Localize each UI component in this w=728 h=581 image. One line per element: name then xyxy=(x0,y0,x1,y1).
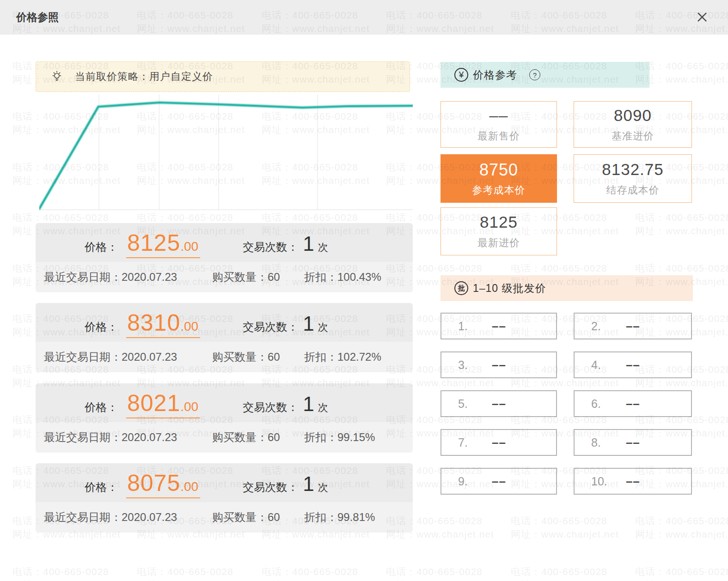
reference-price-box[interactable]: 8090基准进价 xyxy=(574,101,692,148)
purchase-quantity: 购买数量：60 xyxy=(212,270,280,284)
reference-price-label: 结存成本价 xyxy=(606,183,660,197)
wholesale-price-box[interactable]: 8.–– xyxy=(574,429,692,456)
watermark-text: 电话：400-665-0028网址：www.chanjet.net xyxy=(386,565,494,581)
trade-count-unit: 次 xyxy=(318,401,328,415)
reference-price-value: 8090 xyxy=(614,106,652,125)
price-integer: 8310 xyxy=(127,310,180,336)
trade-card-price-row: 价格： 8310.00 交易次数： 1 次 xyxy=(36,303,413,342)
dialog-title: 价格参照 xyxy=(16,0,59,35)
trade-card-meta-row: 最近交易日期：2020.07.23 购买数量：60 折扣：99.81% xyxy=(36,502,413,533)
discount: 折扣：100.43% xyxy=(304,270,381,284)
close-button[interactable] xyxy=(695,10,710,25)
price-reference-title: 价格参考 xyxy=(473,68,517,82)
last-trade-date: 最近交易日期：2020.07.23 xyxy=(44,430,177,445)
discount: 折扣：102.72% xyxy=(304,350,381,364)
price-decimals: .00 xyxy=(180,319,198,333)
reference-price-box[interactable]: 8750参考成本价 xyxy=(440,154,557,203)
purchase-quantity: 购买数量：60 xyxy=(212,350,280,364)
wholesale-price-value: –– xyxy=(626,319,640,333)
wholesale-price-box[interactable]: 5.–– xyxy=(440,390,557,417)
wholesale-price-box[interactable]: 6.–– xyxy=(574,390,692,417)
price-link[interactable]: 8310.00 xyxy=(126,313,200,338)
wholesale-level-number: 1. xyxy=(458,320,468,333)
wholesale-price-box[interactable]: 10.–– xyxy=(574,468,692,495)
purchase-quantity: 购买数量：60 xyxy=(212,430,280,445)
price-link[interactable]: 8125.00 xyxy=(126,233,200,258)
reference-price-label: 参考成本价 xyxy=(472,183,526,197)
batch-icon: 批 xyxy=(454,281,468,295)
wholesale-level-number: 4. xyxy=(591,358,601,372)
help-icon[interactable]: ? xyxy=(529,69,540,80)
price-decimals: .00 xyxy=(180,239,198,254)
price-reference-section-header: ¥ 价格参考 ? xyxy=(440,62,649,88)
price-link[interactable]: 8021.00 xyxy=(126,393,200,418)
reference-price-value: 8750 xyxy=(479,160,518,180)
wholesale-price-value: –– xyxy=(492,474,506,489)
wholesale-price-value: –– xyxy=(492,319,506,333)
wholesale-level-number: 8. xyxy=(591,436,601,449)
watermark-text: 电话：400-665-0028网址：www.chanjet.net xyxy=(137,565,245,581)
pricing-strategy-notice: 当前取价策略：用户自定义价 xyxy=(36,61,410,92)
watermark-text: 电话：400-665-0028网址：www.chanjet.net xyxy=(511,565,619,581)
wholesale-price-value: –– xyxy=(626,474,640,489)
wholesale-price-value: –– xyxy=(626,358,640,372)
price-trend-chart xyxy=(39,95,413,210)
reference-price-box[interactable]: ––最新售价 xyxy=(440,101,557,148)
discount: 折扣：99.15% xyxy=(304,430,375,445)
wholesale-price-box[interactable]: 2.–– xyxy=(574,313,692,339)
trade-count-unit: 次 xyxy=(318,321,328,334)
trade-card: 价格： 8075.00 交易次数： 1 次 最近交易日期：2020.07.23 … xyxy=(36,463,413,533)
trade-count-label: 交易次数： xyxy=(243,480,298,495)
trade-card-meta-row: 最近交易日期：2020.07.23 购买数量：60 折扣：102.72% xyxy=(36,342,413,372)
wholesale-level-number: 5. xyxy=(458,397,468,411)
wholesale-level-number: 6. xyxy=(591,397,601,411)
wholesale-price-value: –– xyxy=(626,397,640,411)
watermark-text: 电话：400-665-0028网址：www.chanjet.net xyxy=(635,211,728,237)
wholesale-level-number: 3. xyxy=(458,358,468,372)
trade-card-meta-row: 最近交易日期：2020.07.23 购买数量：60 折扣：99.15% xyxy=(36,422,413,453)
wholesale-price-box[interactable]: 9.–– xyxy=(440,468,557,495)
wholesale-price-value: –– xyxy=(492,358,506,372)
watermark-text: 电话：400-665-0028网址：www.chanjet.net xyxy=(511,514,619,541)
price-integer: 8075 xyxy=(127,470,180,496)
wholesale-title: 1–10 级批发价 xyxy=(473,281,546,296)
trade-count-value: 1 xyxy=(303,232,314,255)
last-trade-date: 最近交易日期：2020.07.23 xyxy=(44,510,177,525)
wholesale-section-header: 批 1–10 级批发价 xyxy=(440,275,693,301)
wholesale-level-number: 10. xyxy=(591,475,607,488)
wholesale-price-box[interactable]: 3.–– xyxy=(440,351,557,378)
reference-price-box[interactable]: 8132.75结存成本价 xyxy=(574,154,692,203)
wholesale-price-box[interactable]: 7.–– xyxy=(440,429,557,456)
reference-price-value: 8125 xyxy=(480,213,518,231)
purchase-quantity: 购买数量：60 xyxy=(212,510,280,525)
pricing-strategy-text: 当前取价策略：用户自定义价 xyxy=(75,70,213,84)
last-trade-date: 最近交易日期：2020.07.23 xyxy=(44,350,177,364)
wholesale-price-box[interactable]: 1.–– xyxy=(440,313,557,339)
trade-count-unit: 次 xyxy=(318,481,328,495)
trade-card-price-row: 价格： 8125.00 交易次数： 1 次 xyxy=(36,223,413,262)
trade-count-label: 交易次数： xyxy=(243,400,298,415)
trend-line-svg xyxy=(39,95,413,210)
trade-card: 价格： 8125.00 交易次数： 1 次 最近交易日期：2020.07.23 … xyxy=(36,223,413,292)
wholesale-price-box[interactable]: 4.–– xyxy=(574,351,692,378)
price-link[interactable]: 8075.00 xyxy=(126,473,200,498)
reference-price-label: 最新售价 xyxy=(477,129,520,143)
price-integer: 8125 xyxy=(127,230,180,256)
reference-price-label: 最新进价 xyxy=(477,236,520,250)
lightbulb-icon xyxy=(51,70,63,83)
price-label: 价格： xyxy=(85,480,118,495)
price-decimals: .00 xyxy=(180,399,198,414)
wholesale-price-value: –– xyxy=(492,436,506,450)
price-label: 价格： xyxy=(85,320,118,334)
wholesale-price-value: –– xyxy=(626,436,640,450)
wholesale-price-value: –– xyxy=(492,397,506,411)
yen-icon: ¥ xyxy=(454,68,468,82)
reference-price-box[interactable]: 8125最新进价 xyxy=(440,207,557,255)
trade-count-value: 1 xyxy=(303,393,314,416)
close-icon xyxy=(695,10,709,24)
trade-count-label: 交易次数： xyxy=(243,240,298,254)
trade-count-value: 1 xyxy=(303,312,314,335)
watermark-text: 电话：400-665-0028网址：www.chanjet.net xyxy=(635,565,728,581)
discount: 折扣：99.81% xyxy=(304,510,375,525)
watermark-text: 电话：400-665-0028网址：www.chanjet.net xyxy=(12,565,121,581)
